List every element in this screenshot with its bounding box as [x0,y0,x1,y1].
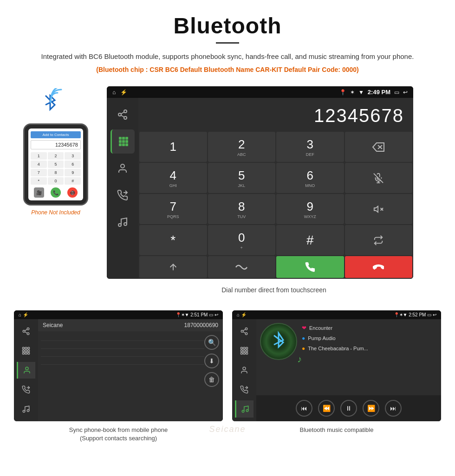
small-nav-music[interactable] [17,400,35,418]
phone-key-7[interactable]: 7 [31,169,47,176]
small-nav-dialpad[interactable] [17,342,35,360]
phone-call-btn[interactable]: 📞 [51,187,61,198]
contact-row-4[interactable] [41,357,204,365]
music-prev-btn[interactable]: ⏮ [296,400,312,417]
phone-key-5[interactable]: 5 [48,161,64,168]
phone-key-2[interactable]: 2 [48,152,64,160]
music-nav-link[interactable] [235,323,254,340]
key-backspace[interactable] [345,132,413,162]
svg-line-29 [25,332,27,334]
svg-point-16 [118,224,121,226]
phone-key-3[interactable]: 3 [65,152,81,160]
nav-item-link[interactable] [110,103,135,127]
small-nav-link[interactable] [17,323,35,340]
svg-rect-49 [241,347,243,349]
key-4[interactable]: 4GHI [139,163,207,193]
phone-key-0[interactable]: 0 [48,177,64,185]
contact-row-3[interactable] [41,349,204,357]
search-contacts-btn[interactable]: 🔍 [204,335,219,350]
music-controls: ⏮ ⏪ ⏸ ⏩ ⏭ [256,395,441,421]
key-2[interactable]: 2ABC [208,132,276,162]
svg-rect-38 [25,353,27,354]
svg-rect-50 [243,347,245,349]
top-section: Add to Contacts 12345678 1 2 3 4 5 6 7 8… [0,86,455,279]
key-call[interactable] [276,256,344,278]
svg-point-43 [27,409,29,412]
contacts-actions: 🔍 ⬇ 🗑 [204,335,219,387]
contacts-caption: Sync phone-book from mobile phone(Suppor… [69,426,168,443]
small-nav-contacts[interactable] [17,362,35,379]
key-0[interactable]: 0+ [208,225,276,255]
music-nav-dialpad[interactable] [235,342,254,360]
nav-item-contacts[interactable] [110,156,135,180]
contact-row-1[interactable] [41,333,204,341]
key-volume[interactable] [345,194,413,224]
key-8[interactable]: 8TUV [208,194,276,224]
signal-arcs [48,88,76,116]
music-play-btn[interactable]: ⏸ [340,400,357,417]
svg-rect-10 [125,140,128,143]
dial-area: 12345678 1 2ABC 3DEF 4GHI 5JKL 6MNO [138,98,413,279]
svg-point-28 [27,333,29,335]
wifi-icon: ▼ [358,89,364,96]
svg-point-26 [27,328,29,330]
music-status-right: 📍✶▼ 2:52 PM ▭ ↩ [394,312,437,317]
music-caption: Bluetooth music compatible [300,426,374,434]
track-icon-1: ❤ [302,325,306,331]
phone-end-btn[interactable]: 📵 [67,187,78,198]
svg-rect-57 [246,353,248,354]
phone-key-6[interactable]: 6 [65,161,81,168]
nav-item-calls[interactable] [110,183,135,207]
contacts-screen-body: Seicane 18700000690 🔍 ⬇ 🗑 [14,319,223,421]
phone-key-8[interactable]: 8 [48,169,64,176]
key-end-call[interactable] [345,256,413,278]
phone-key-9[interactable]: 9 [65,169,81,176]
svg-point-14 [121,164,124,168]
contacts-header: Seicane 18700000690 [38,319,223,331]
svg-marker-23 [374,206,378,212]
key-hash[interactable]: # [276,225,344,255]
key-1[interactable]: 1 [139,132,207,162]
delete-contacts-btn[interactable]: 🗑 [204,372,219,387]
contact-row-2[interactable] [41,341,204,349]
key-up[interactable] [139,256,207,278]
music-nav-music[interactable] [235,400,254,418]
key-7[interactable]: 7PQRS [139,194,207,224]
music-rew-btn[interactable]: ⏪ [318,400,335,417]
small-nav-calls[interactable] [17,381,35,398]
music-fwd-btn[interactable]: ⏩ [363,400,379,417]
bluetooth-signal [37,86,74,119]
music-vinyl: ♪ [260,323,297,360]
phone-key-1[interactable]: 1 [31,152,47,160]
music-item: ⌂ ⚡ 📍✶▼ 2:52 PM ▭ ↩ [232,310,441,443]
phone-key-4[interactable]: 4 [31,161,47,168]
key-9[interactable]: 9WXYZ [276,194,344,224]
music-tracks: ❤ Encounter ● Pump Audio ● The Cheebacab… [302,323,437,392]
key-3[interactable]: 3DEF [276,132,344,162]
contacts-content: Seicane 18700000690 🔍 ⬇ 🗑 [38,319,223,421]
key-star[interactable]: * [139,225,207,255]
music-next-btn[interactable]: ⏭ [385,400,402,417]
key-5[interactable]: 5JKL [208,163,276,193]
nav-item-dialpad[interactable] [110,129,135,154]
home-icon: ⌂ [112,89,116,96]
phone-key-hash[interactable]: # [65,177,81,185]
music-nav-contacts[interactable] [235,362,254,379]
contacts-sidebar [14,319,38,421]
svg-rect-6 [122,137,125,140]
screen-body: 12345678 1 2ABC 3DEF 4GHI 5JKL 6MNO [107,98,413,279]
key-6[interactable]: 6MNO [276,163,344,193]
music-nav-calls[interactable] [235,381,254,398]
contacts-status-left: ⌂ ⚡ [19,312,28,317]
phone-key-star[interactable]: * [31,177,47,185]
contacts-status-bar: ⌂ ⚡ 📍✶▼ 2:51 PM ▭ ↩ [14,310,223,319]
key-swap[interactable] [345,225,413,255]
key-wavy[interactable] [208,256,276,278]
key-mute[interactable] [345,163,413,193]
phone-camera-btn[interactable]: 🎥 [34,187,44,198]
download-contacts-btn[interactable]: ⬇ [204,354,219,368]
svg-line-47 [243,332,245,334]
status-bar: ⌂ ⚡ 📍 ✶ ▼ 2:49 PM ▭ ↩ [107,86,413,98]
svg-rect-31 [23,347,25,349]
nav-item-music[interactable] [110,210,135,234]
